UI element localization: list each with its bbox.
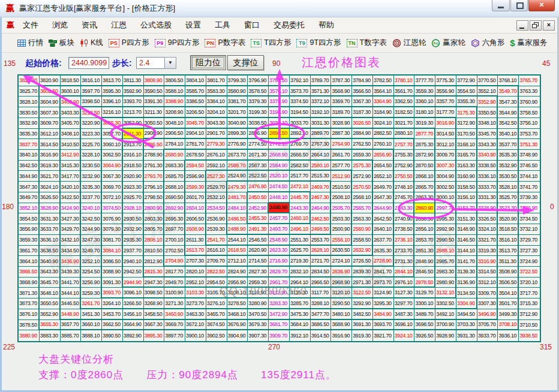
mdi-minimize-button[interactable] bbox=[516, 20, 528, 31]
grid-cell: 2832.10 bbox=[290, 267, 311, 278]
grid-cell: 3448.90 bbox=[61, 309, 82, 320]
grid-cell: 3926.50 bbox=[414, 330, 435, 341]
toolbar-item-kline[interactable]: K线 bbox=[80, 38, 103, 48]
toolbar-item-t-number-table[interactable]: TNT数字表 bbox=[347, 38, 387, 48]
grid-cell: 3062.50 bbox=[102, 150, 123, 161]
support-button[interactable]: 支撑位 bbox=[227, 55, 264, 70]
grid-cell: 3151.30 bbox=[456, 213, 477, 224]
grid-cell: 3780.10 bbox=[394, 76, 415, 86]
grid-cell: 2568.10 bbox=[352, 192, 373, 203]
highlight-cell-0: 2860.90 bbox=[414, 203, 435, 214]
step-value[interactable]: 2.4 bbox=[136, 57, 164, 69]
grid-cell: 3026.50 bbox=[352, 118, 373, 129]
toolbar-item-hexagon[interactable]: 六角形 bbox=[471, 38, 505, 48]
grid-cell: 3333.70 bbox=[477, 182, 498, 192]
grid-cell: 3367.30 bbox=[352, 97, 373, 107]
grid-cell: 3172.90 bbox=[456, 118, 477, 129]
grid-cell: 3088.90 bbox=[102, 267, 123, 278]
grid-cell: 3487.30 bbox=[394, 309, 415, 320]
grid-cell: 3741.70 bbox=[519, 182, 540, 192]
toolbar-item-sectors[interactable]: 板块 bbox=[49, 38, 74, 48]
grid-cell: 3888.10 bbox=[81, 330, 102, 341]
grid-cell: 2553.70 bbox=[311, 235, 332, 246]
grid-cell: 3820.90 bbox=[40, 76, 61, 86]
grid-cell: 3458.50 bbox=[144, 309, 165, 320]
close-button[interactable]: × bbox=[528, 0, 555, 11]
grid-cell: 3489.70 bbox=[414, 309, 435, 320]
menu-item-settings[interactable]: 设置 bbox=[185, 20, 201, 31]
grid-cell: 3132.10 bbox=[435, 288, 456, 298]
grid-cell: 2601.70 bbox=[185, 192, 206, 203]
grid-cell: 2500.90 bbox=[331, 224, 352, 235]
maximize-button[interactable] bbox=[510, 0, 528, 11]
grid-cell: 3513.70 bbox=[498, 246, 519, 257]
grid-cell: 3772.90 bbox=[456, 76, 477, 86]
angle-label-135: 135 bbox=[4, 59, 16, 68]
grid-cell: 3273.70 bbox=[185, 298, 206, 309]
menu-item-window[interactable]: 窗口 bbox=[244, 20, 260, 31]
grid-cell: 3369.70 bbox=[331, 97, 352, 107]
grid-cell: 2776.90 bbox=[227, 139, 248, 150]
sectors-icon bbox=[49, 40, 57, 47]
grid-cell: 3508.90 bbox=[498, 267, 519, 278]
toolbar-item-gann-wheel[interactable]: 江恩轮 bbox=[392, 38, 426, 48]
menu-item-browse[interactable]: 浏览 bbox=[52, 20, 68, 31]
mdi-close-button[interactable]: × bbox=[543, 20, 555, 31]
grid-cell: 3727.30 bbox=[519, 246, 540, 257]
menu-item-gann[interactable]: 江恩 bbox=[111, 20, 127, 31]
grid-cell: 3232.90 bbox=[81, 171, 102, 182]
grid-cell: 2508.10 bbox=[331, 192, 352, 203]
toolbar-item-9t-square[interactable]: T99T四方形 bbox=[296, 38, 341, 48]
mdi-restore-button[interactable] bbox=[530, 20, 542, 31]
grid-cell: 2944.90 bbox=[123, 278, 144, 288]
minimize-icon bbox=[498, 7, 504, 8]
toolbar-item-winner-wheel[interactable]: Big赢家轮 bbox=[431, 38, 465, 48]
menu-item-help[interactable]: 帮助 bbox=[318, 20, 334, 31]
grid-cell: 3552.10 bbox=[477, 86, 498, 97]
toolbar-item-p-square[interactable]: PSP四方形 bbox=[109, 38, 149, 48]
grid-cell: 3201.70 bbox=[227, 107, 248, 118]
grid-cell: 3650.50 bbox=[40, 298, 61, 309]
grid-cell: 3835.30 bbox=[19, 129, 40, 140]
menu-item-tools[interactable]: 工具 bbox=[215, 20, 230, 31]
grid-cell: 3321.70 bbox=[477, 235, 498, 246]
menu-item-file[interactable]: 文件 bbox=[23, 20, 38, 31]
toolbar-item-p-number-table[interactable]: PNP数字表 bbox=[205, 38, 245, 48]
chevron-down-icon[interactable]: ▼ bbox=[164, 57, 176, 69]
grid-cell: 2913.70 bbox=[123, 139, 144, 150]
grid-cell: 3446.50 bbox=[61, 298, 82, 309]
grid-cell: 3818.50 bbox=[61, 76, 82, 86]
menu-item-news[interactable]: 资讯 bbox=[82, 20, 97, 31]
grid-cell: 3199.30 bbox=[248, 107, 269, 118]
grid-cell: 3801.70 bbox=[206, 76, 227, 86]
grid-cell: 3523.30 bbox=[498, 203, 519, 214]
grid-cell: 3744.10 bbox=[519, 171, 540, 182]
angle-label-45: 45 bbox=[542, 59, 550, 68]
grid-cell: 3048.10 bbox=[164, 118, 185, 129]
grid-cell: 3156.10 bbox=[456, 192, 477, 203]
grid-cell: 3028.90 bbox=[331, 118, 352, 129]
menu-item-trade-entrust[interactable]: 交易委托 bbox=[274, 20, 305, 31]
menu-item-formula-stock-pick[interactable]: 公式选股 bbox=[140, 20, 172, 31]
toolbar-item-t-square[interactable]: TST四方形 bbox=[251, 38, 291, 48]
resistance-button[interactable]: 阻力位 bbox=[190, 55, 226, 70]
toolbar-label-9t-square: 9T四方形 bbox=[309, 38, 341, 48]
toolbar-label-t-number-table: T数字表 bbox=[360, 38, 387, 48]
toolbar-item-9p-square[interactable]: P99P四方形 bbox=[155, 38, 200, 48]
grid-cell: 3129.70 bbox=[414, 288, 435, 298]
grid-cell: 3796.90 bbox=[248, 76, 269, 86]
toolbar-item-winner-service[interactable]: $赢家服务 bbox=[510, 38, 547, 48]
grid-cell: 3705.70 bbox=[477, 320, 498, 331]
toolbar-item-quotes[interactable]: 行情 bbox=[17, 38, 43, 48]
grid-cell: 3844.90 bbox=[19, 171, 40, 182]
toolbar-label-p-number-table: P数字表 bbox=[218, 38, 245, 48]
grid-cell: 3604.90 bbox=[40, 97, 61, 107]
start-price-input[interactable]: 2440.9099 bbox=[68, 57, 109, 69]
grid-cell: 2916.10 bbox=[123, 150, 144, 161]
minimize-button[interactable] bbox=[492, 0, 510, 11]
grid-cell: 3134.50 bbox=[456, 288, 477, 298]
grid-cell: 2608.90 bbox=[185, 224, 206, 235]
step-combobox[interactable]: 2.4 ▼ bbox=[136, 57, 176, 69]
grid-cell: 3688.90 bbox=[331, 320, 352, 331]
grid-cell: 3045.70 bbox=[185, 118, 206, 129]
